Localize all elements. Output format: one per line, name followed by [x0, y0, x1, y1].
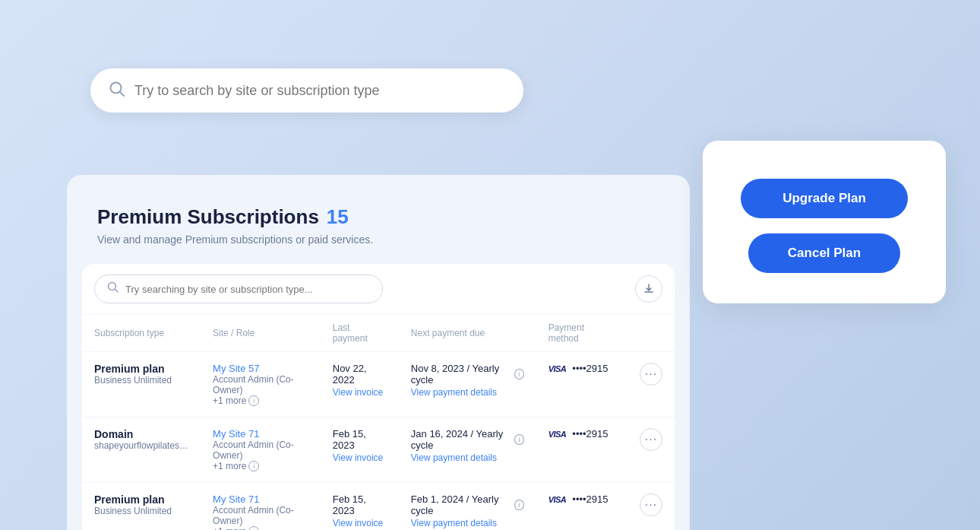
- card-last4: ••••2915: [572, 428, 608, 440]
- sub-type-primary: Premium plan: [94, 494, 188, 506]
- inner-search-bar: [94, 275, 383, 303]
- page-title: Premium Subscriptions 15: [97, 205, 659, 229]
- visa-logo: VISA: [548, 430, 567, 439]
- action-panel: Upgrade Plan Cancel Plan: [703, 141, 946, 303]
- row-actions-cell: ···: [628, 352, 675, 417]
- card-header: Premium Subscriptions 15 View and manage…: [67, 205, 690, 264]
- download-button[interactable]: [635, 275, 662, 303]
- table-row: Premium plan Business Unlimited My Site …: [82, 352, 675, 417]
- col-last-payment: Last payment: [321, 315, 399, 352]
- search-input[interactable]: [134, 83, 505, 99]
- sub-type-secondary: Business Unlimited: [94, 375, 188, 386]
- subscription-type-cell: Premium plan Business Unlimited: [82, 352, 201, 417]
- site-more: +1 more i: [213, 395, 308, 406]
- site-role: Account Admin (Co-Owner): [213, 440, 308, 461]
- col-site-role: Site / Role: [201, 315, 321, 352]
- site-more: +1 more i: [213, 526, 308, 530]
- row-more-button[interactable]: ···: [640, 363, 662, 386]
- next-payment-cell: Nov 8, 2023 / Yearly cycle i View paymen…: [399, 352, 536, 417]
- visa-logo: VISA: [548, 495, 567, 504]
- subscription-type-cell: Premium plan Business Unlimited: [82, 483, 201, 531]
- svg-line-1: [120, 92, 124, 96]
- next-payment-cell: Feb 1, 2024 / Yearly cycle i View paymen…: [399, 483, 536, 531]
- cycle-info-icon[interactable]: i: [514, 369, 524, 379]
- inner-search-container: [82, 264, 675, 315]
- visa-logo: VISA: [548, 364, 567, 373]
- main-card: Premium Subscriptions 15 View and manage…: [67, 175, 690, 530]
- inner-card: Subscription type Site / Role Last payme…: [82, 264, 675, 530]
- view-payment-details-link[interactable]: View payment details: [411, 452, 524, 463]
- sub-type-secondary: shapeyourflowpilates…: [94, 440, 188, 451]
- col-subscription-type: Subscription type: [82, 315, 201, 352]
- cycle-info-icon[interactable]: i: [514, 500, 524, 510]
- sub-type-primary: Premium plan: [94, 363, 188, 375]
- cycle-info-icon[interactable]: i: [514, 434, 523, 445]
- inner-search-input[interactable]: [125, 284, 370, 295]
- col-payment-method: Payment method: [536, 315, 628, 352]
- view-payment-details-link[interactable]: View payment details: [411, 387, 524, 398]
- info-icon[interactable]: i: [248, 461, 259, 471]
- info-icon[interactable]: i: [248, 526, 259, 530]
- page-count-badge: 15: [327, 205, 349, 229]
- next-payment-cell: Jan 16, 2024 / Yearly cycle i View payme…: [399, 417, 536, 483]
- site-link[interactable]: My Site 71: [213, 428, 308, 440]
- subscriptions-table: Subscription type Site / Role Last payme…: [82, 315, 675, 530]
- col-next-payment: Next payment due: [399, 315, 536, 352]
- last-payment-date: Nov 22, 2022: [333, 363, 387, 386]
- upgrade-plan-button[interactable]: Upgrade Plan: [741, 179, 908, 218]
- row-more-button[interactable]: ···: [640, 494, 662, 516]
- subscription-type-cell: Domain shapeyourflowpilates…: [82, 417, 201, 483]
- payment-method-cell: VISA ••••2915: [536, 352, 628, 417]
- top-search-bar: [90, 68, 523, 113]
- view-invoice-link[interactable]: View invoice: [333, 387, 387, 398]
- card-last4: ••••2915: [572, 363, 608, 374]
- top-search-container: [90, 68, 523, 113]
- row-actions-cell: ···: [628, 417, 675, 483]
- card-last4: ••••2915: [572, 494, 608, 505]
- inner-search-icon: [107, 281, 119, 297]
- next-payment-date: Jan 16, 2024 / Yearly cycle i: [411, 428, 524, 451]
- last-payment-cell: Nov 22, 2022 View invoice: [321, 352, 399, 417]
- sub-type-secondary: Business Unlimited: [94, 506, 188, 516]
- site-role: Account Admin (Co-Owner): [213, 374, 308, 395]
- info-icon[interactable]: i: [248, 395, 259, 406]
- last-payment-date: Feb 15, 2023: [333, 428, 387, 451]
- last-payment-date: Feb 15, 2023: [333, 494, 387, 516]
- next-payment-date: Nov 8, 2023 / Yearly cycle i: [411, 363, 524, 386]
- svg-line-3: [115, 290, 119, 293]
- next-payment-date: Feb 1, 2024 / Yearly cycle i: [411, 494, 524, 516]
- col-actions: [628, 315, 675, 352]
- row-more-button[interactable]: ···: [640, 428, 662, 451]
- view-invoice-link[interactable]: View invoice: [333, 452, 387, 463]
- site-more: +1 more i: [213, 461, 308, 471]
- table-row: Premium plan Business Unlimited My Site …: [82, 483, 675, 531]
- site-link[interactable]: My Site 71: [213, 494, 308, 505]
- site-role-cell: My Site 71 Account Admin (Co-Owner) +1 m…: [201, 483, 321, 531]
- site-role: Account Admin (Co-Owner): [213, 505, 308, 526]
- table-row: Domain shapeyourflowpilates… My Site 71 …: [82, 417, 675, 483]
- site-role-cell: My Site 57 Account Admin (Co-Owner) +1 m…: [201, 352, 321, 417]
- site-link[interactable]: My Site 57: [213, 363, 308, 374]
- last-payment-cell: Feb 15, 2023 View invoice: [321, 417, 399, 483]
- payment-method-cell: VISA ••••2915: [536, 417, 628, 483]
- search-icon: [109, 81, 125, 100]
- sub-type-primary: Domain: [94, 428, 188, 440]
- view-payment-details-link[interactable]: View payment details: [411, 518, 524, 528]
- payment-method-cell: VISA ••••2915: [536, 483, 628, 531]
- view-invoice-link[interactable]: View invoice: [333, 518, 387, 528]
- page-title-text: Premium Subscriptions: [97, 205, 319, 229]
- cancel-plan-button[interactable]: Cancel Plan: [748, 233, 900, 273]
- row-actions-cell: ···: [628, 483, 675, 531]
- site-role-cell: My Site 71 Account Admin (Co-Owner) +1 m…: [201, 417, 321, 483]
- last-payment-cell: Feb 15, 2023 View invoice: [321, 483, 399, 531]
- page-subtitle: View and manage Premium subscriptions or…: [97, 233, 659, 246]
